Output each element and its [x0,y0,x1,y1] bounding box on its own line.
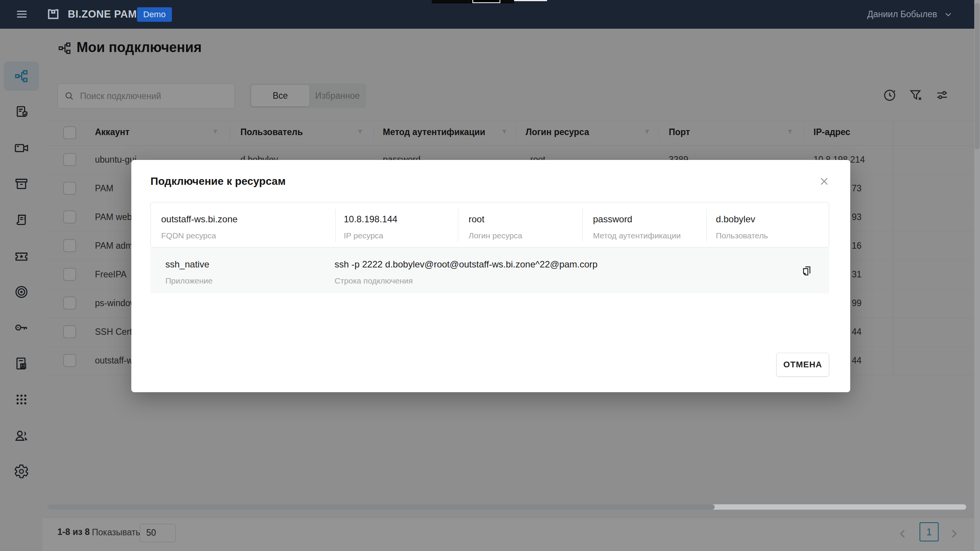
user-label: Пользователь [716,231,768,240]
connection-modal: Подключение к ресурсам outstaff-ws.bi.zo… [131,160,850,392]
app-title: BI.ZONE PAM [68,8,137,20]
modal-title: Подключение к ресурсам [150,175,286,187]
hamburger-menu-icon[interactable] [15,8,28,20]
horizontal-scrollbar-thumb[interactable] [47,504,715,510]
fqdn-value: outstaff-ws.bi.zone [161,214,238,225]
field-divider [706,209,707,241]
bizone-logo-icon [46,7,60,21]
field-divider [458,209,458,241]
vertical-scrollbar[interactable] [974,0,980,551]
fqdn-label: FQDN ресурса [161,231,216,240]
vertical-scrollbar-thumb[interactable] [975,3,980,149]
close-icon[interactable] [819,176,830,187]
connection-details-card: outstaff-ws.bi.zone FQDN ресурса 10.8.19… [150,202,829,248]
copy-icon[interactable] [800,265,813,277]
login-value: root [469,214,484,225]
connection-string-label: Строка подключения [335,276,413,285]
app-value: ssh_native [165,259,209,270]
chevron-down-icon [943,10,953,20]
ip-value: 10.8.198.144 [344,214,397,225]
app-label: Приложение [165,276,212,285]
auth-label: Метод аутентификации [593,231,681,240]
topbar: BI.ZONE PAM Demo Даниил Бобылев [0,0,980,29]
ip-label: IP ресурса [344,231,383,240]
login-label: Логин ресурса [469,231,522,240]
auth-value: password [593,214,632,225]
field-divider [582,209,583,241]
cancel-button[interactable]: ОТМЕНА [776,353,829,377]
field-divider [335,209,336,241]
user-value: d.bobylev [716,214,755,225]
user-name: Даниил Бобылев [867,9,937,20]
user-menu[interactable]: Даниил Бобылев [867,0,953,29]
connection-string-row: ssh_native Приложение ssh -p 2222 d.boby… [150,248,829,293]
horizontal-scrollbar[interactable] [47,504,966,510]
connection-string-value: ssh -p 2222 d.bobylev@root@outstaff-ws.b… [335,259,598,270]
demo-badge: Demo [137,7,172,22]
